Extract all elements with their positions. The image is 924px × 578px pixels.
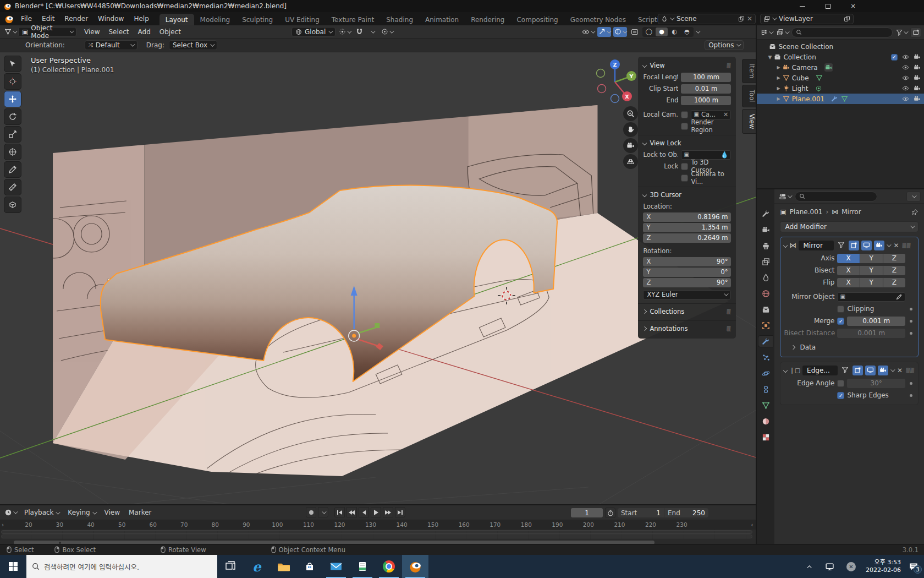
properties-search-input[interactable] <box>795 192 877 201</box>
clipping-checkbox[interactable] <box>837 306 844 313</box>
hide-icon[interactable] <box>902 64 909 71</box>
outliner-row-plane.001[interactable]: ▶ Plane.001 <box>757 94 924 104</box>
clip-start-field[interactable]: 0.01 m <box>681 84 731 94</box>
disable-render-icon[interactable] <box>914 53 921 61</box>
blender-app-icon[interactable] <box>4 14 14 24</box>
taskbar-app-document[interactable] <box>349 555 376 578</box>
play-reverse-button[interactable] <box>359 507 369 517</box>
taskbar-app-mail[interactable] <box>323 555 349 578</box>
properties-tab-constraints[interactable] <box>758 384 773 395</box>
taskbar-app-task-view[interactable] <box>217 555 244 578</box>
annotate-tool[interactable] <box>4 161 21 178</box>
sidebar-tab-tool[interactable]: Tool <box>742 85 756 107</box>
cursor-location-z[interactable]: Z0.2649 m <box>643 233 731 243</box>
taskbar-app-chrome[interactable] <box>376 555 402 578</box>
timeline-editor-type-button[interactable] <box>3 508 18 517</box>
timeline-menu-keying[interactable]: Keying <box>63 509 100 516</box>
properties-tab-modifiers[interactable] <box>758 336 773 347</box>
timeline-menu-playback[interactable]: Playback <box>20 509 63 516</box>
drag-handle-icon[interactable]: ▒▒ <box>906 368 915 373</box>
outliner-row-scene-collection[interactable]: Scene Collection <box>757 41 924 52</box>
hide-icon[interactable] <box>902 95 909 102</box>
chevron-down-icon[interactable] <box>696 29 700 33</box>
3d-cursor-panel-header[interactable]: 3D Cursor <box>643 190 731 200</box>
bisect-distance-field[interactable]: 0.001 m <box>837 329 905 338</box>
modifier-show-on-cage-toggle[interactable] <box>840 366 850 375</box>
transform-orientation-selector[interactable]: Global <box>292 27 336 37</box>
sound-muted-icon[interactable]: ✕ <box>846 562 856 571</box>
cursor-location-x[interactable]: X0.8196 m <box>643 212 731 222</box>
viewport-canvas[interactable]: User Perspective (1) Collection | Plane.… <box>0 52 756 504</box>
record-options-button[interactable] <box>318 507 328 517</box>
local-camera-field[interactable]: ▣Ca...✕ <box>691 110 731 119</box>
edge-angle-checkbox[interactable] <box>837 380 844 387</box>
add-cube-tool[interactable] <box>4 197 21 213</box>
modifier-show-on-cage-toggle[interactable] <box>836 241 846 250</box>
timeline-menu-view[interactable]: View <box>100 509 124 516</box>
workspace-tab-animation[interactable]: Animation <box>419 14 465 25</box>
modifier-realtime-toggle[interactable] <box>861 241 872 250</box>
axis-y-button[interactable]: Y <box>860 254 883 263</box>
action-center-button[interactable]: 3 <box>909 561 919 571</box>
camera-to-view-checkbox[interactable] <box>681 175 688 182</box>
record-button[interactable] <box>306 507 316 517</box>
jump-to-end-button[interactable] <box>395 507 405 517</box>
disable-render-icon[interactable] <box>914 74 921 81</box>
flip-x-button[interactable]: X <box>837 278 860 287</box>
timeline-tracks[interactable] <box>0 530 756 539</box>
modifier-extras-dropdown[interactable] <box>887 242 892 247</box>
use-preview-range-button[interactable] <box>605 508 615 518</box>
copy-icon[interactable] <box>738 15 745 22</box>
mode-selector[interactable]: ▣ Object Mode <box>18 27 76 37</box>
workspace-tab-shading[interactable]: Shading <box>380 14 419 25</box>
modifier-render-toggle[interactable] <box>878 366 888 375</box>
drag-handle-icon[interactable]: ▒▒ <box>903 243 911 248</box>
maximize-button[interactable] <box>815 0 840 12</box>
cursor-location-y[interactable]: Y1.354 m <box>643 223 731 232</box>
workspace-tab-sculpting[interactable]: Sculpting <box>236 14 279 25</box>
viewport-menu-select[interactable]: Select <box>104 28 133 36</box>
menu-window[interactable]: Window <box>93 12 129 25</box>
collection-checkbox[interactable]: ✓ <box>891 54 898 61</box>
sidebar-tab-view[interactable]: View <box>742 109 756 134</box>
modifier-render-toggle[interactable] <box>874 241 884 250</box>
modifier-name-field[interactable]: Edge... <box>802 366 838 375</box>
outliner-row-collection[interactable]: ▼Collection✓ <box>757 52 924 62</box>
taskbar-app-store[interactable] <box>296 555 323 578</box>
snap-toggle-button[interactable] <box>354 27 365 37</box>
lock-to-object-field[interactable]: ▣💧 <box>681 150 731 160</box>
gizmo-neg-x[interactable] <box>598 85 606 93</box>
properties-tab-world[interactable] <box>758 288 773 299</box>
collapse-arrow-icon[interactable]: ‹ <box>751 521 753 528</box>
expand-icon[interactable] <box>783 243 788 247</box>
bisect-x-button[interactable]: X <box>837 266 860 275</box>
breadcrumb-item[interactable]: Mirror <box>842 208 861 216</box>
disable-render-icon[interactable] <box>914 85 921 92</box>
hide-icon[interactable] <box>902 74 909 81</box>
show-overlays-button[interactable] <box>613 27 627 37</box>
timeline-ruler[interactable]: › ‹ 203040506070809010011012013014015016… <box>0 520 756 530</box>
camera-view-button[interactable] <box>623 138 638 153</box>
workspace-tab-layout[interactable]: Layout <box>160 14 194 25</box>
sharp-edges-checkbox[interactable]: ✓ <box>837 392 844 399</box>
breadcrumb-object[interactable]: Plane.001 <box>790 208 823 216</box>
play-button[interactable] <box>371 507 381 517</box>
shading-wireframe-button[interactable]: ◯ <box>643 28 655 36</box>
properties-tab-viewlayer[interactable] <box>758 256 773 267</box>
shading-solid-button[interactable]: ● <box>656 28 668 36</box>
menu-file[interactable]: File <box>16 12 37 25</box>
view-lock-panel-header[interactable]: View Lock <box>643 138 731 148</box>
outliner-scope-button[interactable] <box>776 28 789 37</box>
collapsed-icon[interactable] <box>791 345 795 350</box>
tray-expand-button[interactable] <box>802 563 818 570</box>
properties-tab-material[interactable] <box>758 416 773 427</box>
properties-tab-data[interactable] <box>758 400 773 411</box>
properties-tab-particles[interactable] <box>758 352 773 363</box>
end-frame-field[interactable]: End250 <box>664 508 708 517</box>
outliner-display-mode-button[interactable] <box>760 28 773 37</box>
properties-tab-tool[interactable] <box>758 208 773 219</box>
modifier-close-button[interactable]: ✕ <box>893 242 899 249</box>
rotate-tool[interactable] <box>4 108 21 125</box>
unlink-icon[interactable]: ✕ <box>747 15 752 23</box>
properties-tab-output[interactable] <box>758 240 773 251</box>
